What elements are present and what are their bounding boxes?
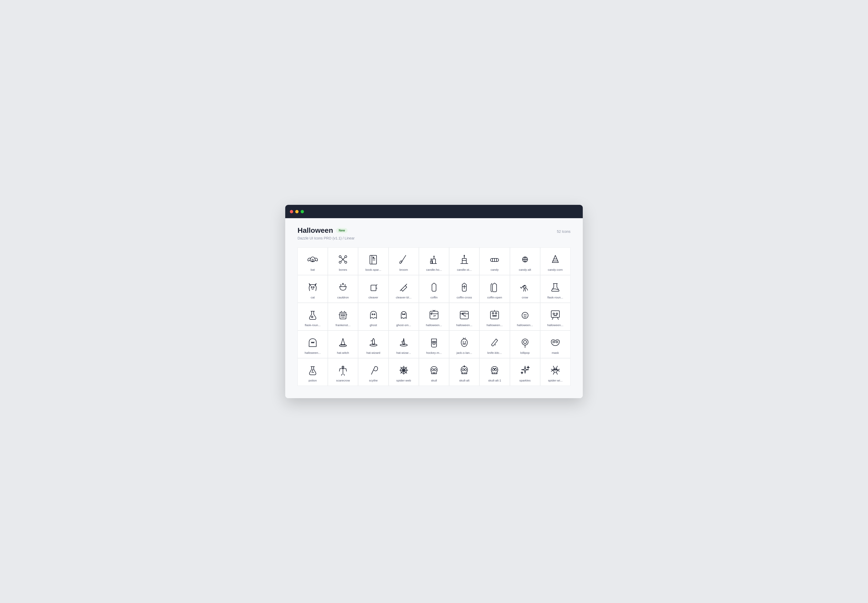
- icon-broom[interactable]: broom: [388, 247, 419, 275]
- svg-point-91: [434, 369, 436, 371]
- icon-potion[interactable]: potion: [297, 358, 328, 386]
- svg-point-46: [341, 315, 342, 316]
- icon-skull-alt[interactable]: skull-alt: [449, 358, 480, 386]
- icon-crow[interactable]: crow: [510, 275, 540, 303]
- ghost-sm-icon: [398, 309, 410, 321]
- skull-label: skull: [431, 379, 437, 382]
- icon-lollipop[interactable]: lollipop: [510, 331, 540, 358]
- icon-coffin[interactable]: coffin: [419, 275, 449, 303]
- flask-roun2-icon: [306, 309, 319, 321]
- icon-candle-st[interactable]: candle-st...: [449, 247, 480, 275]
- icons-grid: bat bones: [297, 247, 571, 386]
- bones-icon: [337, 253, 349, 266]
- content-area: Halloween New 52 Icons Dazzle UI Icons P…: [285, 218, 583, 398]
- icon-candle-ho[interactable]: candle-ho...: [419, 247, 449, 275]
- minimize-button[interactable]: [295, 210, 299, 213]
- candy-label: candy: [491, 268, 499, 271]
- hat-witch-icon: [337, 336, 349, 349]
- scarecrow-label: scarecrow: [336, 379, 350, 382]
- icon-hat-wizard[interactable]: hat-wizard: [358, 331, 388, 358]
- icon-knife-kitc[interactable]: knife-kitc...: [480, 331, 510, 358]
- icon-flask-roun2[interactable]: flask-roun...: [297, 303, 328, 331]
- icon-hat-wizar2[interactable]: hat-wizar...: [388, 331, 419, 358]
- mask-label: mask: [552, 351, 559, 354]
- icon-spider-web[interactable]: spider-web: [388, 358, 419, 386]
- icon-halloween6[interactable]: halloween...: [297, 331, 328, 358]
- icon-frankenst[interactable]: frankenst...: [328, 303, 358, 331]
- flask-roun-label: flask-roun...: [548, 296, 563, 299]
- icon-halloween3[interactable]: halloween...: [480, 303, 510, 331]
- icon-sparkles[interactable]: sparkles: [510, 358, 540, 386]
- svg-point-96: [464, 369, 467, 371]
- icon-flask-roun[interactable]: flask-roun...: [540, 275, 571, 303]
- icon-coffin-open[interactable]: coffin-open: [480, 275, 510, 303]
- close-button[interactable]: [290, 210, 293, 213]
- skull-icon: [428, 364, 440, 376]
- svg-line-34: [405, 284, 407, 286]
- icon-book-spar[interactable]: book-spar...: [358, 247, 388, 275]
- icon-scarecrow[interactable]: scarecrow: [328, 358, 358, 386]
- icon-halloween1[interactable]: halloween...: [419, 303, 449, 331]
- svg-point-64: [556, 313, 558, 315]
- candle-ho-label: candle-ho...: [426, 268, 442, 271]
- svg-point-0: [312, 259, 313, 261]
- icon-candy-corn[interactable]: candy-corn: [540, 247, 571, 275]
- icon-cauldron[interactable]: cauldron: [328, 275, 358, 303]
- coffin-open-label: coffin-open: [487, 296, 502, 299]
- bones-label: bones: [339, 268, 347, 271]
- svg-line-112: [553, 372, 554, 374]
- bat-icon: [306, 253, 319, 266]
- cleaver-label: cleaver: [368, 296, 378, 299]
- frankenst-label: frankenst...: [336, 323, 350, 326]
- svg-point-77: [556, 341, 558, 343]
- svg-point-95: [462, 369, 464, 371]
- icon-halloween4[interactable]: halloween...: [510, 303, 540, 331]
- scarecrow-icon: [337, 364, 349, 376]
- page-subtitle: Dazzle UI Icons PRO (v1.1) / Linear: [297, 236, 571, 240]
- cleaver-icon: [367, 281, 380, 293]
- coffin-label: coffin: [430, 296, 438, 299]
- cauldron-icon: [337, 281, 349, 293]
- icon-cleaver[interactable]: cleaver: [358, 275, 388, 303]
- halloween5-label: halloween...: [547, 323, 563, 326]
- icon-cleaver-bl[interactable]: cleaver-bl...: [388, 275, 419, 303]
- icon-skull[interactable]: skull: [419, 358, 449, 386]
- icon-coffin-cross[interactable]: coffin-cross: [449, 275, 480, 303]
- svg-point-29: [313, 287, 314, 288]
- svg-point-114: [554, 369, 555, 370]
- icon-candy-alt[interactable]: candy-alt: [510, 247, 540, 275]
- icon-scythe[interactable]: scythe: [358, 358, 388, 386]
- svg-point-59: [492, 312, 494, 314]
- skull-alt-1-icon: [488, 364, 501, 376]
- maximize-button[interactable]: [301, 210, 304, 213]
- icon-spider-wi[interactable]: spider-wi...: [540, 358, 571, 386]
- icon-skull-alt-1[interactable]: skull-alt-1: [480, 358, 510, 386]
- icon-bat[interactable]: bat: [297, 247, 328, 275]
- coffin-cross-icon: [458, 281, 470, 293]
- ghost-icon: [367, 309, 380, 321]
- icon-ghost-sm[interactable]: ghost-sm...: [388, 303, 419, 331]
- icon-candy[interactable]: candy: [480, 247, 510, 275]
- icon-mask[interactable]: mask: [540, 331, 571, 358]
- cat-icon: [306, 281, 319, 293]
- icon-cat[interactable]: cat: [297, 275, 328, 303]
- svg-line-70: [463, 338, 464, 339]
- mask-icon: [549, 336, 562, 349]
- svg-point-61: [522, 312, 528, 319]
- halloween4-label: halloween...: [517, 323, 533, 326]
- icon-halloween5[interactable]: halloween...: [540, 303, 571, 331]
- icon-jack-o-lan[interactable]: jack-o-lan...: [449, 331, 480, 358]
- halloween1-label: halloween...: [426, 323, 442, 326]
- skull-alt-1-label: skull-alt-1: [488, 379, 501, 382]
- ghost-label: ghost: [370, 323, 377, 326]
- icon-halloween2[interactable]: halloween...: [449, 303, 480, 331]
- icon-hat-witch[interactable]: hat-witch: [328, 331, 358, 358]
- halloween2-icon: [458, 309, 470, 321]
- icon-ghost[interactable]: ghost: [358, 303, 388, 331]
- icon-hockey-m[interactable]: hockey-m...: [419, 331, 449, 358]
- page-title: Halloween: [297, 226, 333, 235]
- coffin-open-icon: [488, 281, 501, 293]
- icon-bones[interactable]: bones: [328, 247, 358, 275]
- svg-point-53: [404, 314, 405, 315]
- svg-point-76: [553, 341, 555, 343]
